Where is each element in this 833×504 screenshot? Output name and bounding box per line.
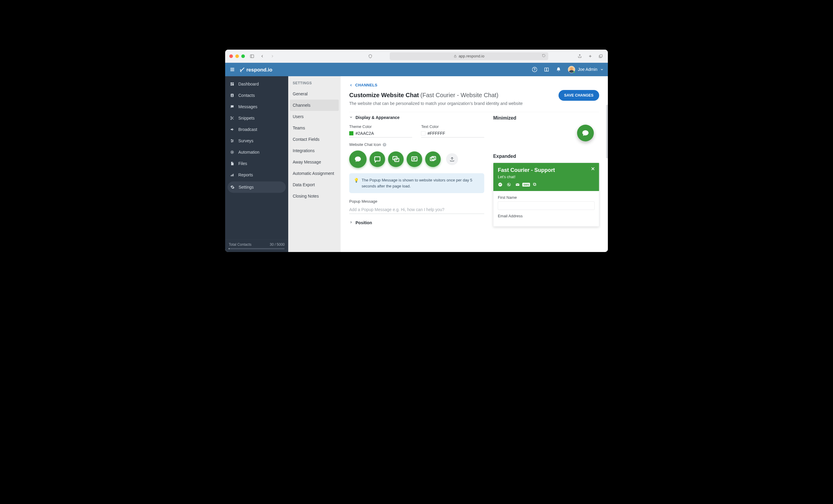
refresh-icon[interactable]: [542, 54, 545, 58]
theme-color-input[interactable]: #2AAC2A: [349, 131, 412, 138]
section-display-appearance[interactable]: Display & Appearance: [349, 115, 484, 120]
settings-item-integrations[interactable]: Integrations: [288, 145, 340, 157]
settings-item-general[interactable]: General: [288, 88, 340, 99]
maximize-window-button[interactable]: [241, 54, 245, 58]
main-content: CHANNELS Customize Website Chat (Fast Co…: [340, 76, 608, 252]
chat-icon-option-3[interactable]: [388, 151, 404, 167]
expanded-preview: Fast Courier - Support Let's chat! SMS: [493, 163, 599, 227]
chat-icon-option-4[interactable]: [407, 151, 422, 167]
svg-rect-40: [432, 157, 436, 160]
footer-label: Total Contacts: [229, 242, 252, 247]
sidebar-item-files[interactable]: Files: [225, 158, 288, 169]
lightbulb-icon: 💡: [354, 177, 359, 189]
minimize-window-button[interactable]: [235, 54, 239, 58]
text-color-input[interactable]: #FFFFFF: [421, 131, 484, 138]
svg-rect-0: [250, 55, 254, 58]
settings-title: SETTINGS: [288, 76, 340, 88]
user-menu[interactable]: Joe Admin: [568, 66, 604, 73]
widget-close-button[interactable]: [591, 167, 595, 172]
sidebar-item-broadcast[interactable]: Broadcast: [225, 124, 288, 135]
popup-message-input[interactable]: [349, 206, 484, 214]
tabs-icon[interactable]: [598, 53, 604, 59]
sidebar-item-surveys[interactable]: Surveys: [225, 135, 288, 146]
docs-icon[interactable]: [544, 67, 549, 72]
sidebar-item-label: Settings: [239, 185, 254, 190]
settings-column: Display & Appearance Theme Color #2AAC2A: [349, 115, 484, 227]
sidebar-item-automation[interactable]: Automation: [225, 146, 288, 158]
back-button[interactable]: [259, 53, 265, 59]
settings-item-away-message[interactable]: Away Message: [288, 157, 340, 168]
chat-icon-option-2[interactable]: [370, 151, 385, 167]
settings-item-channels[interactable]: Channels: [290, 99, 339, 111]
share-icon[interactable]: [577, 53, 583, 59]
app-body: DashboardContactsMessagesSnippetsBroadca…: [225, 76, 608, 252]
chat-icon-option-5[interactable]: [425, 151, 441, 167]
sidebar-toggle-icon[interactable]: [249, 53, 255, 59]
help-icon[interactable]: ?: [532, 67, 537, 72]
lock-icon: [454, 54, 457, 58]
first-name-input[interactable]: [498, 201, 595, 210]
sidebar-item-label: Messages: [238, 104, 257, 109]
sidebar-item-reports[interactable]: Reports: [225, 169, 288, 181]
svg-rect-33: [375, 157, 380, 161]
bell-icon[interactable]: [556, 67, 561, 72]
theme-color-value: #2AAC2A: [356, 131, 374, 136]
svg-rect-48: [533, 183, 536, 185]
sidebar-item-label: Broadcast: [238, 127, 257, 132]
sidebar-item-label: Files: [238, 161, 247, 166]
svg-rect-36: [412, 157, 417, 161]
chat-icon-label: Website Chat Icon: [349, 142, 381, 147]
browser-chrome: app.respond.io: [225, 50, 608, 63]
minimized-chat-bubble[interactable]: [577, 125, 594, 141]
forward-button[interactable]: [269, 53, 276, 59]
sidebar-item-dashboard[interactable]: Dashboard: [225, 78, 288, 90]
shield-icon[interactable]: [367, 53, 374, 59]
menu-icon[interactable]: [229, 67, 235, 73]
widget-header: Fast Courier - Support Let's chat! SMS: [493, 163, 599, 191]
settings-item-automatic-assignment[interactable]: Automatic Assignment: [288, 168, 340, 179]
sidebar-item-label: Snippets: [238, 116, 255, 120]
info-callout: 💡 The Popup Message is shown to website …: [349, 173, 484, 193]
gear-play-icon: [230, 150, 234, 154]
url-text: app.respond.io: [459, 54, 484, 58]
sidebar-item-settings[interactable]: Settings: [228, 182, 286, 193]
sidebar-item-label: Automation: [238, 150, 260, 154]
svg-rect-39: [430, 158, 434, 161]
traffic-lights: [229, 54, 245, 58]
email-icon[interactable]: [515, 182, 520, 187]
chat-icon-option-1[interactable]: [349, 151, 366, 168]
message-icon: [230, 105, 234, 109]
svg-marker-29: [232, 151, 233, 153]
section-label: Position: [356, 220, 372, 225]
sms-icon[interactable]: SMS: [524, 182, 529, 187]
svg-point-25: [231, 139, 232, 140]
page-description: The website chat can be personalized to …: [349, 101, 599, 106]
window-frame: app.respond.io respond.io ? Joe Admin: [225, 50, 608, 252]
sidebar-item-messages[interactable]: Messages: [225, 101, 288, 113]
messenger-icon[interactable]: [498, 182, 503, 187]
address-bar[interactable]: app.respond.io: [389, 52, 548, 60]
settings-item-data-export[interactable]: Data Export: [288, 179, 340, 190]
settings-item-contact-fields[interactable]: Contact Fields: [288, 134, 340, 145]
more-channel-icon[interactable]: [532, 182, 537, 187]
svg-rect-6: [600, 55, 602, 57]
help-tooltip-icon[interactable]: ?: [383, 143, 386, 146]
settings-item-teams[interactable]: Teams: [288, 122, 340, 134]
whatsapp-icon[interactable]: [506, 182, 511, 187]
sidebar-item-snippets[interactable]: Snippets: [225, 113, 288, 124]
settings-item-users[interactable]: Users: [288, 111, 340, 122]
save-changes-button[interactable]: SAVE CHANGES: [558, 90, 599, 101]
breadcrumb-back[interactable]: CHANNELS: [349, 83, 599, 88]
sidebar-item-contacts[interactable]: Contacts: [225, 90, 288, 101]
divider: [349, 112, 599, 112]
preview-column: Minimized Expanded Fast Courier - Suppor…: [493, 115, 599, 227]
sidebar-item-label: Reports: [238, 172, 253, 177]
scrollbar[interactable]: [606, 105, 608, 159]
settings-item-closing-notes[interactable]: Closing Notes: [288, 190, 340, 202]
close-window-button[interactable]: [229, 54, 233, 58]
new-tab-icon[interactable]: [587, 53, 593, 59]
brand-logo[interactable]: respond.io: [239, 67, 272, 73]
svg-point-19: [231, 119, 232, 120]
section-position[interactable]: Position: [349, 220, 484, 225]
upload-icon-button[interactable]: [446, 153, 458, 165]
